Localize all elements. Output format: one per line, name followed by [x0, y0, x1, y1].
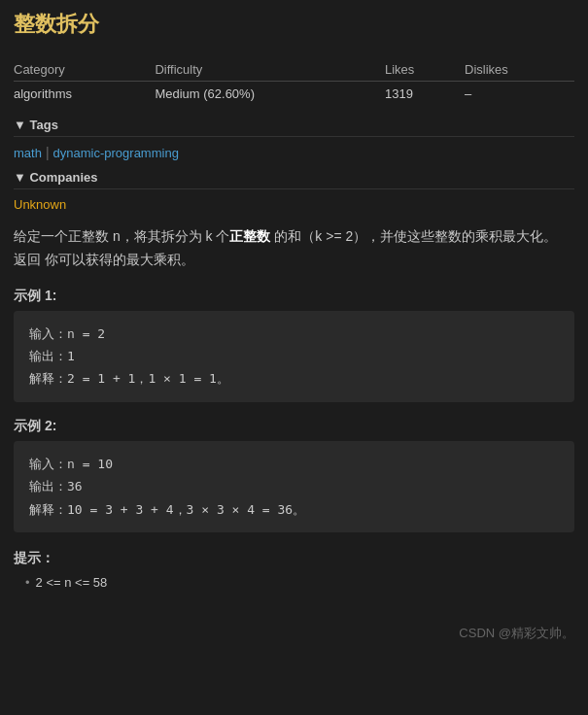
companies-section-header: ▼ Companies [14, 170, 574, 185]
companies-divider [14, 188, 574, 189]
col-header-dislikes: Dislikes [465, 58, 574, 82]
page-container: 整数拆分 Category Difficulty Likes Dislikes … [0, 0, 588, 652]
example-2-explanation: 解释：10 = 3 + 3 + 4，3 × 3 × 4 = 36。 [29, 498, 559, 521]
example-1-input: 输入：n = 2 [29, 323, 559, 345]
company-unknown: Unknown [14, 197, 574, 212]
tags-divider [14, 136, 574, 137]
tags-section-header: ▼ Tags [14, 118, 574, 132]
tag-dynamic-programming[interactable]: dynamic-programming [53, 146, 179, 160]
meta-difficulty: Medium (62.60%) [155, 82, 385, 107]
example-2-title: 示例 2: [14, 418, 574, 435]
example-1-box: 输入：n = 2 输出：1 解释：2 = 1 + 1，1 × 1 = 1。 [14, 311, 574, 402]
example-1: 示例 1: 输入：n = 2 输出：1 解释：2 = 1 + 1，1 × 1 =… [14, 288, 574, 402]
example-2-output: 输出：36 [29, 475, 559, 497]
tags-row: math | dynamic-programming [14, 145, 574, 160]
meta-table: Category Difficulty Likes Dislikes algor… [14, 58, 574, 106]
hint-item-1: • 2 <= n <= 58 [25, 575, 574, 590]
meta-dislikes: – [465, 82, 574, 107]
example-1-explanation: 解释：2 = 1 + 1，1 × 1 = 1。 [29, 367, 559, 390]
watermark: CSDN @精彩文帅。 [14, 619, 574, 642]
hint-section: 提示： • 2 <= n <= 58 [14, 550, 574, 590]
page-title: 整数拆分 [14, 10, 574, 45]
hint-title: 提示： [14, 550, 574, 567]
col-header-likes: Likes [385, 58, 465, 82]
bullet-icon: • [25, 575, 30, 590]
col-header-category: Category [14, 58, 155, 82]
example-2-box: 输入：n = 10 输出：36 解释：10 = 3 + 3 + 4，3 × 3 … [14, 441, 574, 532]
desc-line1: 给定一个正整数 n，将其拆分为 k 个正整数 的和（k >= 2），并使这些整数… [14, 225, 574, 249]
tag-math[interactable]: math [14, 146, 42, 160]
example-1-output: 输出：1 [29, 345, 559, 367]
example-2: 示例 2: 输入：n = 10 输出：36 解释：10 = 3 + 3 + 4，… [14, 418, 574, 532]
description: 给定一个正整数 n，将其拆分为 k 个正整数 的和（k >= 2），并使这些整数… [14, 225, 574, 272]
meta-category: algorithms [14, 82, 155, 107]
example-2-input: 输入：n = 10 [29, 453, 559, 475]
tag-separator: | [46, 145, 50, 160]
example-1-title: 示例 1: [14, 288, 574, 305]
meta-likes: 1319 [385, 82, 465, 107]
col-header-difficulty: Difficulty [155, 58, 385, 82]
desc-line3: 返回 你可以获得的最大乘积。 [14, 249, 574, 272]
